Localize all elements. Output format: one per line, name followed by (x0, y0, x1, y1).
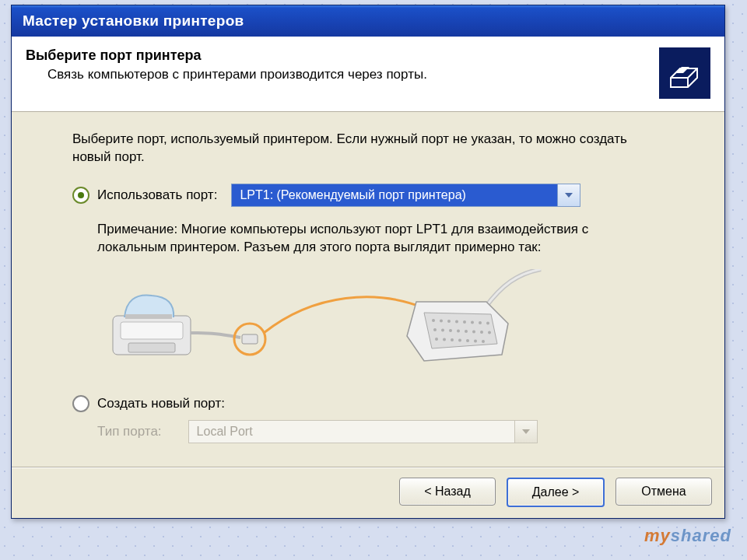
svg-point-17 (457, 329, 460, 332)
wizard-header-title: Выберите порт принтера (26, 47, 647, 64)
create-new-port-option[interactable]: Создать новый порт: (72, 395, 687, 412)
next-button-label: Далее > (532, 485, 580, 499)
instruction-text: Выберите порт, используемый принтером. Е… (72, 131, 640, 166)
svg-point-24 (451, 338, 454, 341)
svg-point-14 (433, 328, 437, 331)
next-button[interactable]: Далее > (507, 478, 605, 507)
svg-point-26 (466, 339, 469, 342)
wizard-body: Выберите порт, используемый принтером. Е… (12, 112, 724, 467)
use-port-label: Использовать порт: (97, 187, 217, 203)
svg-point-13 (486, 321, 489, 324)
watermark-part1: my (644, 526, 671, 545)
svg-point-11 (471, 320, 474, 324)
radio-use-port[interactable] (72, 187, 89, 204)
create-port-label: Создать новый порт: (97, 396, 225, 411)
port-type-dropdown-value: Local Port (188, 420, 515, 443)
cancel-button-label: Отмена (641, 485, 686, 499)
svg-point-7 (440, 319, 443, 322)
svg-point-18 (465, 330, 468, 333)
svg-point-28 (482, 340, 485, 343)
svg-rect-1 (121, 322, 183, 339)
port-type-dropdown: Local Port (188, 420, 538, 443)
printer-port-icon (659, 47, 710, 99)
port-type-dropdown-button (515, 420, 538, 443)
svg-point-16 (449, 329, 452, 332)
svg-rect-5 (242, 334, 258, 344)
radio-create-port[interactable] (72, 395, 89, 412)
wizard-header-text: Выберите порт принтера Связь компьютеров… (26, 47, 647, 82)
svg-point-22 (435, 338, 438, 341)
svg-point-27 (474, 339, 477, 342)
port-dropdown-button[interactable] (558, 184, 580, 207)
watermark: myshared (644, 526, 731, 546)
port-type-label: Тип порта: (97, 424, 162, 439)
desktop-background: Мастер установки принтеров Выберите порт… (0, 0, 747, 560)
use-existing-port-option[interactable]: Использовать порт: LPT1: (Рекомендуемый … (72, 184, 687, 207)
port-illustration (97, 269, 595, 378)
wizard-header-subtitle: Связь компьютеров с принтерами производи… (26, 67, 647, 82)
port-dropdown-value: LPT1: (Рекомендуемый порт принтера) (231, 184, 558, 207)
cancel-button[interactable]: Отмена (615, 478, 712, 506)
port-dropdown[interactable]: LPT1: (Рекомендуемый порт принтера) (231, 184, 580, 207)
svg-point-20 (480, 331, 483, 334)
svg-point-23 (443, 338, 446, 341)
svg-point-9 (455, 320, 458, 323)
port-type-row: Тип порта: Local Port (97, 420, 687, 443)
add-printer-wizard-dialog: Мастер установки принтеров Выберите порт… (11, 5, 725, 519)
svg-point-6 (432, 319, 435, 322)
svg-rect-2 (128, 343, 175, 352)
svg-point-8 (447, 320, 451, 323)
svg-point-12 (479, 321, 482, 324)
svg-point-25 (458, 338, 461, 341)
wizard-header: Выберите порт принтера Связь компьютеров… (12, 37, 724, 112)
titlebar[interactable]: Мастер установки принтеров (12, 5, 724, 37)
chevron-down-icon (522, 429, 530, 434)
back-button[interactable]: < Назад (399, 478, 496, 506)
svg-point-15 (441, 328, 444, 331)
svg-rect-3 (125, 314, 172, 319)
port-note-text: Примечание: Многие компьютеры используют… (97, 221, 626, 257)
watermark-part2: shared (671, 526, 731, 545)
wizard-footer: < Назад Далее > Отмена (12, 468, 724, 518)
chevron-down-icon (565, 193, 573, 198)
svg-point-10 (463, 320, 466, 324)
window-title: Мастер установки принтеров (23, 12, 244, 30)
svg-point-19 (472, 330, 475, 333)
svg-point-21 (488, 331, 491, 334)
back-button-label: < Назад (424, 485, 471, 499)
